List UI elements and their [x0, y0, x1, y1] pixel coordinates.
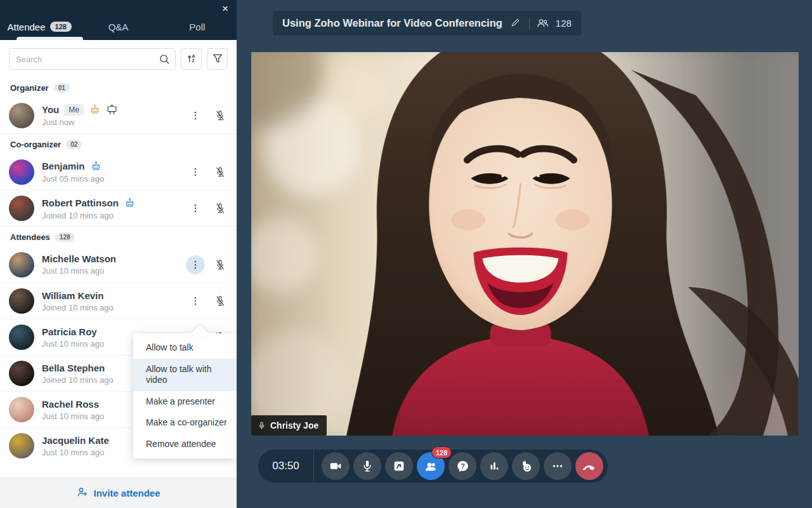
- member-row[interactable]: Benjamin Just 05 mins ago: [0, 154, 237, 190]
- section-count-badge: 01: [54, 83, 70, 93]
- member-join-time: Joined 10 mins ago: [42, 303, 186, 312]
- qna-button[interactable]: ?: [449, 452, 476, 480]
- divider: [529, 18, 530, 29]
- participants-button[interactable]: 128: [417, 452, 445, 480]
- member-info: Benjamin Just 05 mins ago: [42, 160, 186, 184]
- participants-filled-icon: [424, 459, 438, 474]
- search-icon: [158, 53, 171, 68]
- svg-text:A: A: [192, 54, 195, 58]
- attendee-panel: × Attendee 128 Q&A Poll: [0, 0, 237, 508]
- avatar: [9, 397, 34, 422]
- row-actions: [186, 291, 228, 311]
- participants-count-badge: 128: [431, 446, 452, 458]
- member-info: YouMe Just now: [42, 104, 186, 127]
- filter-button[interactable]: [207, 48, 228, 70]
- section-label: Organizer: [10, 83, 49, 93]
- tab-poll[interactable]: Poll: [158, 13, 237, 40]
- member-join-time: Just now: [42, 117, 186, 127]
- menu-item-make-a-presenter[interactable]: Make a presenter: [133, 391, 237, 413]
- member-name: Benjamin: [42, 161, 85, 171]
- kebab-icon: [190, 110, 201, 121]
- stage: Using Zoho Webinar for Video Conferencin…: [237, 0, 812, 508]
- co-organizer-crown-icon: [124, 197, 136, 209]
- member-name: Bella Stephen: [42, 363, 105, 373]
- member-info: Robert Pattinson Joined 10 mins ago: [42, 197, 186, 220]
- member-options-button[interactable]: [186, 199, 205, 218]
- member-options-button[interactable]: [186, 106, 205, 125]
- microphone-button[interactable]: [353, 452, 381, 480]
- tab-attendee[interactable]: Attendee 128: [0, 13, 79, 40]
- end-call-button[interactable]: [575, 452, 603, 480]
- webinar-app: × Attendee 128 Q&A Poll: [0, 0, 812, 508]
- reactions-button[interactable]: [512, 452, 540, 480]
- person-plus-icon: [76, 486, 89, 500]
- webinar-title-bar: Using Zoho Webinar for Video Conferencin…: [273, 11, 581, 36]
- invite-attendee-button[interactable]: Invite attendee: [76, 486, 160, 500]
- row-actions: [186, 199, 228, 218]
- sort-button[interactable]: AZ: [181, 48, 202, 70]
- microphone-icon: [360, 459, 374, 473]
- search-input[interactable]: [9, 48, 176, 70]
- section-header-co-organizer: Co-organizer 02: [0, 133, 237, 154]
- ellipsis-icon: [551, 459, 565, 473]
- speaker-video-frame: [251, 52, 799, 436]
- menu-item-allow-to-talk[interactable]: Allow to talk: [133, 337, 237, 359]
- pencil-icon: [509, 19, 521, 31]
- panel-header: × Attendee 128 Q&A Poll: [0, 0, 237, 40]
- camera-button[interactable]: [322, 452, 350, 480]
- share-screen-button[interactable]: [385, 452, 413, 480]
- member-options-button[interactable]: [186, 163, 205, 182]
- member-join-time: Just 10 mins ago: [42, 266, 186, 276]
- avatar: [9, 196, 34, 221]
- invite-attendee-label: Invite attendee: [93, 488, 160, 498]
- section-label: Attendees: [10, 232, 50, 242]
- member-name: Patricia Roy: [42, 326, 97, 337]
- attendee-count-badge: 128: [50, 22, 72, 32]
- section-count-badge: 128: [55, 232, 75, 242]
- sort-az-icon: AZ: [185, 52, 198, 67]
- speaker-video: [251, 52, 799, 436]
- section-label: Co-organizer: [10, 140, 61, 149]
- tab-poll-label: Poll: [189, 22, 205, 32]
- section-count-badge: 02: [66, 140, 82, 149]
- member-options-button[interactable]: [186, 255, 205, 274]
- menu-item-make-a-co-organizer[interactable]: Make a co-organizer: [133, 412, 237, 434]
- mic-on-icon: [257, 421, 266, 431]
- more-options-button[interactable]: [544, 452, 572, 480]
- svg-text:Z: Z: [192, 58, 194, 63]
- edit-title-button[interactable]: [509, 17, 523, 30]
- presenter-icon: [106, 104, 118, 116]
- control-bar: 03:50 128: [258, 450, 608, 483]
- question-bubble-icon: ?: [455, 459, 470, 474]
- section-header-attendees: Attendees 128: [0, 226, 237, 246]
- avatar: [9, 324, 34, 350]
- tab-attendee-label: Attendee: [7, 22, 45, 32]
- search-row: AZ: [0, 40, 237, 77]
- filter-icon: [211, 52, 224, 67]
- tab-qna[interactable]: Q&A: [79, 13, 157, 40]
- phone-down-icon: [582, 458, 597, 474]
- menu-item-allow-to-talk-with-video[interactable]: Allow to talk with video: [133, 359, 237, 391]
- member-row[interactable]: Michelle Watson Just 10 mins ago: [0, 246, 237, 283]
- avatar: [9, 288, 34, 314]
- poll-button[interactable]: [480, 452, 508, 480]
- section-header-organizer: Organizer 01: [0, 77, 237, 97]
- member-options-button[interactable]: [186, 291, 205, 311]
- member-row[interactable]: Robert Pattinson Joined 10 mins ago: [0, 190, 237, 226]
- kebab-icon: [190, 203, 201, 214]
- member-row[interactable]: YouMe Just now: [0, 97, 237, 133]
- mic-muted-icon: [213, 293, 228, 309]
- kebab-icon: [190, 295, 201, 307]
- speaker-name: Christy Joe: [270, 420, 318, 431]
- panel-tabs: Attendee 128 Q&A Poll: [0, 13, 237, 40]
- mic-muted-icon: [213, 257, 228, 272]
- menu-item-remove-attendee[interactable]: Remove attendee: [133, 434, 237, 455]
- participant-count: 128: [556, 18, 572, 29]
- member-row[interactable]: William Kevin Joined 10 mins ago: [0, 283, 237, 319]
- attendee-context-menu: Allow to talkAllow to talk with videoMak…: [133, 333, 237, 458]
- svg-text:?: ?: [461, 462, 465, 469]
- mic-muted-icon: [213, 108, 228, 123]
- tab-qna-label: Q&A: [108, 22, 129, 32]
- member-name: Jacquelin Kate: [42, 435, 109, 446]
- me-badge: Me: [64, 104, 84, 116]
